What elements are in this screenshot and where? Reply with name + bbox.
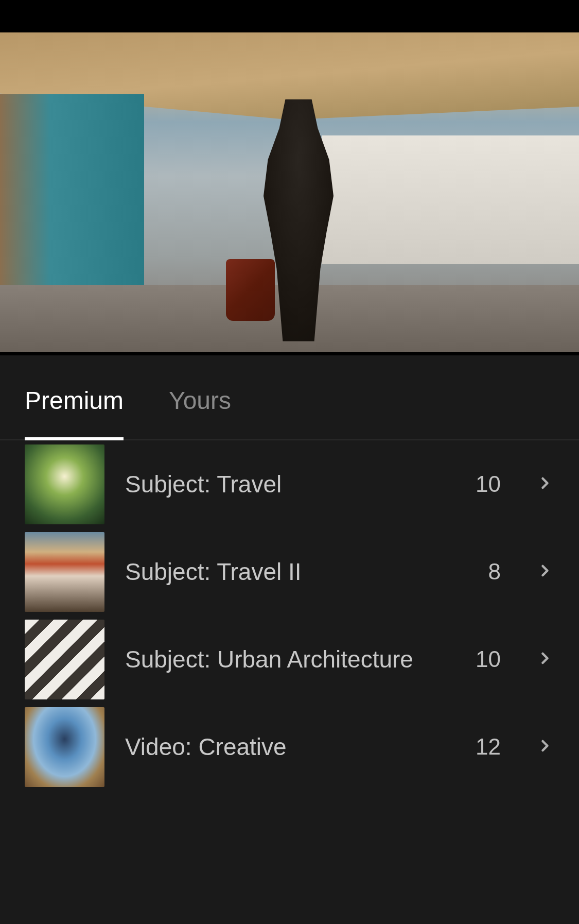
preset-count: 10 — [476, 646, 501, 672]
presets-panel: Premium Yours Subject: Travel 10 Subject… — [0, 355, 579, 924]
preset-thumbnail — [25, 620, 104, 699]
preset-tabs: Premium Yours — [0, 355, 579, 440]
preset-count: 8 — [488, 559, 501, 585]
preview-photo[interactable] — [0, 32, 579, 352]
chevron-right-icon — [536, 474, 554, 494]
preset-label: Subject: Travel — [125, 470, 455, 498]
preset-count: 10 — [476, 471, 501, 497]
preset-row-travel-ii[interactable]: Subject: Travel II 8 — [0, 528, 579, 615]
chevron-right-icon — [536, 649, 554, 670]
tab-premium[interactable]: Premium — [25, 386, 124, 439]
tab-yours[interactable]: Yours — [169, 386, 231, 439]
preset-list: Subject: Travel 10 Subject: Travel II 8 … — [0, 440, 579, 791]
preset-count: 12 — [476, 734, 501, 760]
chevron-right-icon — [536, 737, 554, 757]
preview-image-area — [0, 0, 579, 355]
preset-row-video-creative[interactable]: Video: Creative 12 — [0, 703, 579, 791]
preset-label: Subject: Urban Architecture — [125, 645, 455, 673]
preset-row-travel[interactable]: Subject: Travel 10 — [0, 440, 579, 528]
chevron-right-icon — [536, 561, 554, 582]
preset-label: Subject: Travel II — [125, 558, 468, 586]
preset-thumbnail — [25, 532, 104, 612]
preset-row-urban-architecture[interactable]: Subject: Urban Architecture 10 — [0, 615, 579, 703]
preset-label: Video: Creative — [125, 733, 455, 761]
preset-thumbnail — [25, 707, 104, 787]
preset-thumbnail — [25, 444, 104, 524]
